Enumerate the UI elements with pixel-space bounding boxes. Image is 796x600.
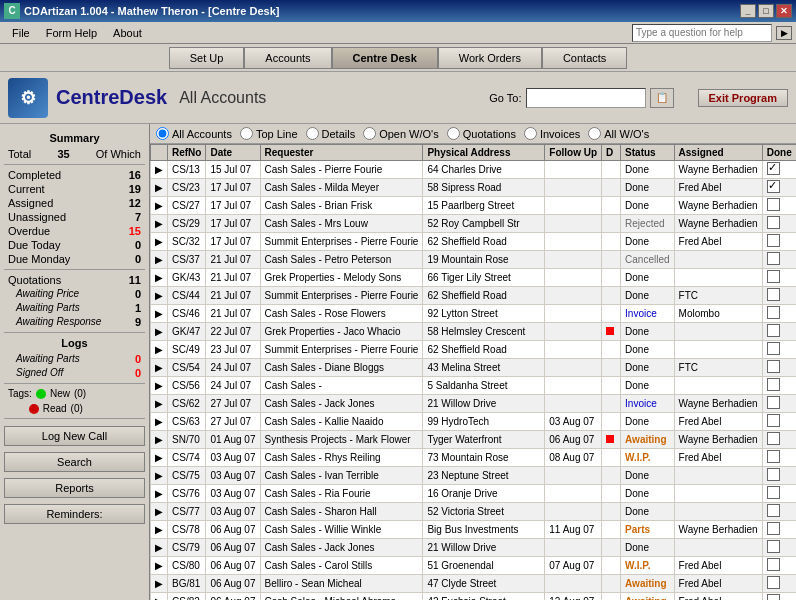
table-row[interactable]: ▶ CS/44 21 Jul 07 Summit Enterprises - P… bbox=[151, 287, 797, 305]
filter-details-radio[interactable] bbox=[306, 127, 319, 140]
filter-open-wo[interactable]: Open W/O's bbox=[363, 127, 439, 140]
table-row[interactable]: ▶ CS/75 03 Aug 07 Cash Sales - Ivan Terr… bbox=[151, 467, 797, 485]
help-input[interactable] bbox=[632, 24, 772, 42]
col-assigned[interactable]: Assigned bbox=[674, 145, 762, 161]
filter-open-wo-radio[interactable] bbox=[363, 127, 376, 140]
col-followup[interactable]: Follow Up bbox=[545, 145, 602, 161]
filter-invoices[interactable]: Invoices bbox=[524, 127, 580, 140]
menu-formhelp[interactable]: Form Help bbox=[38, 25, 105, 41]
toolbar-setup[interactable]: Set Up bbox=[169, 47, 245, 69]
exit-program-btn[interactable]: Exit Program bbox=[698, 89, 788, 107]
filter-all-wo-radio[interactable] bbox=[588, 127, 601, 140]
table-row[interactable]: ▶ CS/62 27 Jul 07 Cash Sales - Jack Jone… bbox=[151, 395, 797, 413]
table-row[interactable]: ▶ CS/23 17 Jul 07 Cash Sales - Milda Mey… bbox=[151, 179, 797, 197]
table-row[interactable]: ▶ CS/76 03 Aug 07 Cash Sales - Ria Fouri… bbox=[151, 485, 797, 503]
cell-done[interactable] bbox=[762, 305, 796, 323]
col-done[interactable]: Done bbox=[762, 145, 796, 161]
log-new-call-btn[interactable]: Log New Call bbox=[4, 426, 145, 446]
table-row[interactable]: ▶ CS/74 03 Aug 07 Cash Sales - Rhys Reil… bbox=[151, 449, 797, 467]
toolbar-accounts[interactable]: Accounts bbox=[244, 47, 331, 69]
toolbar-workorders[interactable]: Work Orders bbox=[438, 47, 542, 69]
col-refno[interactable]: RefNo bbox=[168, 145, 206, 161]
col-status[interactable]: Status bbox=[621, 145, 674, 161]
table-row[interactable]: ▶ SN/70 01 Aug 07 Synthesis Projects - M… bbox=[151, 431, 797, 449]
cell-done[interactable] bbox=[762, 413, 796, 431]
table-row[interactable]: ▶ CS/77 03 Aug 07 Cash Sales - Sharon Ha… bbox=[151, 503, 797, 521]
goto-input[interactable] bbox=[526, 88, 646, 108]
cell-d bbox=[602, 431, 621, 449]
close-btn[interactable]: ✕ bbox=[776, 4, 792, 18]
table-row[interactable]: ▶ CS/80 06 Aug 07 Cash Sales - Carol Sti… bbox=[151, 557, 797, 575]
cell-done[interactable] bbox=[762, 377, 796, 395]
cell-status: Done bbox=[621, 503, 674, 521]
col-date[interactable]: Date bbox=[206, 145, 260, 161]
cell-done[interactable] bbox=[762, 197, 796, 215]
menu-file[interactable]: File bbox=[4, 25, 38, 41]
cell-done[interactable] bbox=[762, 557, 796, 575]
cell-done[interactable] bbox=[762, 521, 796, 539]
filter-all-wo[interactable]: All W/O's bbox=[588, 127, 649, 140]
table-row[interactable]: ▶ CS/79 06 Aug 07 Cash Sales - Jack Jone… bbox=[151, 539, 797, 557]
cell-status: Done bbox=[621, 233, 674, 251]
cell-done[interactable] bbox=[762, 593, 796, 601]
table-row[interactable]: ▶ CS/29 17 Jul 07 Cash Sales - Mrs Louw … bbox=[151, 215, 797, 233]
table-row[interactable]: ▶ SC/49 23 Jul 07 Summit Enterprises - P… bbox=[151, 341, 797, 359]
cell-done[interactable] bbox=[762, 179, 796, 197]
table-row[interactable]: ▶ CS/13 15 Jul 07 Cash Sales - Pierre Fo… bbox=[151, 161, 797, 179]
goto-btn[interactable]: 📋 bbox=[650, 88, 674, 108]
cell-done[interactable] bbox=[762, 575, 796, 593]
filter-all-accounts[interactable]: All Accounts bbox=[156, 127, 232, 140]
minimize-btn[interactable]: _ bbox=[740, 4, 756, 18]
menu-about[interactable]: About bbox=[105, 25, 150, 41]
table-row[interactable]: ▶ CS/56 24 Jul 07 Cash Sales - 5 Saldanh… bbox=[151, 377, 797, 395]
maximize-btn[interactable]: □ bbox=[758, 4, 774, 18]
help-btn[interactable]: ▶ bbox=[776, 26, 792, 40]
cell-requester: Cash Sales - Milda Meyer bbox=[260, 179, 423, 197]
cell-done[interactable] bbox=[762, 503, 796, 521]
filter-top-line[interactable]: Top Line bbox=[240, 127, 298, 140]
table-row[interactable]: ▶ CS/82 06 Aug 07 Cash Sales - Micheal A… bbox=[151, 593, 797, 601]
table-row[interactable]: ▶ CS/46 21 Jul 07 Cash Sales - Rose Flow… bbox=[151, 305, 797, 323]
filter-top-line-radio[interactable] bbox=[240, 127, 253, 140]
cell-done[interactable] bbox=[762, 215, 796, 233]
table-row[interactable]: ▶ SC/32 17 Jul 07 Summit Enterprises - P… bbox=[151, 233, 797, 251]
table-row[interactable]: ▶ CS/63 27 Jul 07 Cash Sales - Kallie Na… bbox=[151, 413, 797, 431]
cell-done[interactable] bbox=[762, 287, 796, 305]
filter-quotations-radio[interactable] bbox=[447, 127, 460, 140]
cell-followup bbox=[545, 161, 602, 179]
window-controls[interactable]: _ □ ✕ bbox=[740, 4, 792, 18]
reports-btn[interactable]: Reports bbox=[4, 478, 145, 498]
table-row[interactable]: ▶ BG/81 06 Aug 07 Belliro - Sean Micheal… bbox=[151, 575, 797, 593]
table-row[interactable]: ▶ CS/27 17 Jul 07 Cash Sales - Brian Fri… bbox=[151, 197, 797, 215]
cell-done[interactable] bbox=[762, 539, 796, 557]
table-row[interactable]: ▶ GK/47 22 Jul 07 Grek Properties - Jaco… bbox=[151, 323, 797, 341]
cell-done[interactable] bbox=[762, 485, 796, 503]
cell-done[interactable] bbox=[762, 395, 796, 413]
col-d[interactable]: D bbox=[602, 145, 621, 161]
col-address[interactable]: Physical Address bbox=[423, 145, 545, 161]
table-row[interactable]: ▶ GK/43 21 Jul 07 Grek Properties - Melo… bbox=[151, 269, 797, 287]
cell-done[interactable] bbox=[762, 431, 796, 449]
reminders-btn[interactable]: Reminders: bbox=[4, 504, 145, 524]
filter-invoices-radio[interactable] bbox=[524, 127, 537, 140]
cell-done[interactable] bbox=[762, 359, 796, 377]
cell-done[interactable] bbox=[762, 323, 796, 341]
cell-done[interactable] bbox=[762, 251, 796, 269]
filter-details[interactable]: Details bbox=[306, 127, 356, 140]
cell-done[interactable] bbox=[762, 341, 796, 359]
cell-assigned: Fred Abel bbox=[674, 413, 762, 431]
filter-all-accounts-radio[interactable] bbox=[156, 127, 169, 140]
cell-done[interactable] bbox=[762, 467, 796, 485]
table-row[interactable]: ▶ CS/54 24 Jul 07 Cash Sales - Diane Blo… bbox=[151, 359, 797, 377]
col-requester[interactable]: Requester bbox=[260, 145, 423, 161]
cell-done[interactable] bbox=[762, 233, 796, 251]
cell-done[interactable] bbox=[762, 269, 796, 287]
cell-done[interactable] bbox=[762, 161, 796, 179]
toolbar-centredesk[interactable]: Centre Desk bbox=[332, 47, 438, 69]
search-btn[interactable]: Search bbox=[4, 452, 145, 472]
table-row[interactable]: ▶ CS/37 21 Jul 07 Cash Sales - Petro Pet… bbox=[151, 251, 797, 269]
cell-done[interactable] bbox=[762, 449, 796, 467]
filter-quotations[interactable]: Quotations bbox=[447, 127, 516, 140]
toolbar-contacts[interactable]: Contacts bbox=[542, 47, 627, 69]
table-row[interactable]: ▶ CS/78 06 Aug 07 Cash Sales - Willie Wi… bbox=[151, 521, 797, 539]
